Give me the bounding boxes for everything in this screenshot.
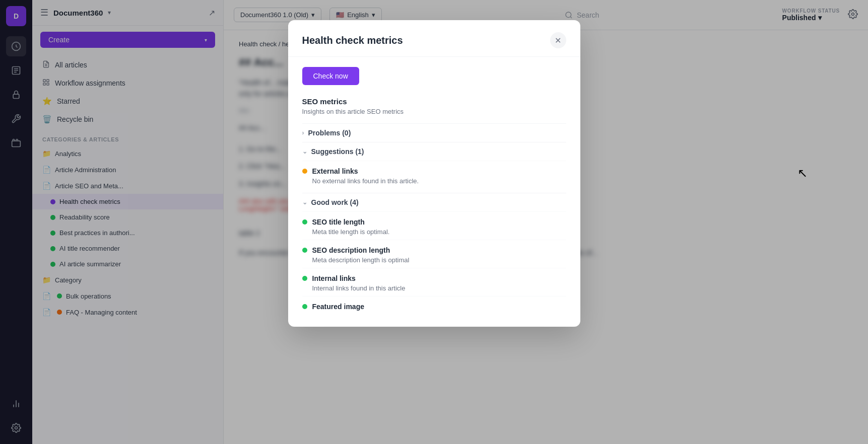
external-links-desc: No external links found in this article. <box>302 177 566 185</box>
chevron-down-icon-goodwork: ⌄ <box>302 199 307 206</box>
close-icon: ✕ <box>555 36 561 45</box>
external-links-dot <box>302 169 307 174</box>
good-work-collapsible[interactable]: ⌄ Good work (4) <box>302 193 566 211</box>
external-links-header: External links <box>302 167 566 175</box>
chevron-down-icon-suggestions: ⌄ <box>302 148 307 155</box>
internal-links-desc: Internal links found in this article <box>302 284 566 292</box>
problems-label: Problems (0) <box>308 129 351 137</box>
seo-section-title: SEO metrics <box>302 97 566 106</box>
seo-desc-length-metric: SEO description length Meta description … <box>302 240 566 268</box>
modal-body: Check now SEO metrics Insights on this a… <box>288 57 580 327</box>
good-work-label: Good work (4) <box>311 198 359 206</box>
check-now-button[interactable]: Check now <box>302 67 359 85</box>
seo-desc-length-desc: Meta description length is optimal <box>302 256 566 264</box>
internal-links-dot <box>302 276 307 281</box>
seo-title-header: SEO title length <box>302 218 566 226</box>
featured-image-dot <box>302 304 307 309</box>
modal-overlay[interactable]: Health check metrics ✕ Check now SEO met… <box>0 0 868 444</box>
problems-collapsible[interactable]: › Problems (0) <box>302 123 566 142</box>
suggestions-collapsible[interactable]: ⌄ Suggestions (1) <box>302 142 566 161</box>
seo-desc-header: SEO description length <box>302 246 566 254</box>
featured-image-metric: Featured image <box>302 296 566 317</box>
seo-desc-dot <box>302 248 307 253</box>
suggestions-label: Suggestions (1) <box>311 147 364 156</box>
seo-title-length-desc: Meta title length is optimal. <box>302 228 566 236</box>
featured-image-header: Featured image <box>302 303 566 311</box>
modal-close-button[interactable]: ✕ <box>550 32 566 48</box>
internal-links-header: Internal links <box>302 274 566 282</box>
external-links-title: External links <box>312 167 358 175</box>
seo-title-length-title: SEO title length <box>312 218 365 226</box>
health-check-modal: Health check metrics ✕ Check now SEO met… <box>288 20 580 327</box>
seo-desc-length-title: SEO description length <box>312 246 390 254</box>
external-links-metric: External links No external links found i… <box>302 161 566 189</box>
cursor: ↖ <box>797 166 808 180</box>
modal-title: Health check metrics <box>302 35 403 46</box>
chevron-right-icon-problems: › <box>302 129 304 136</box>
seo-title-length-metric: SEO title length Meta title length is op… <box>302 211 566 240</box>
featured-image-title: Featured image <box>312 303 364 311</box>
seo-section-desc: Insights on this article SEO metrics <box>302 108 566 115</box>
internal-links-title: Internal links <box>312 274 356 282</box>
seo-title-dot <box>302 219 307 225</box>
internal-links-metric: Internal links Internal links found in t… <box>302 268 566 296</box>
modal-header: Health check metrics ✕ <box>288 20 580 57</box>
